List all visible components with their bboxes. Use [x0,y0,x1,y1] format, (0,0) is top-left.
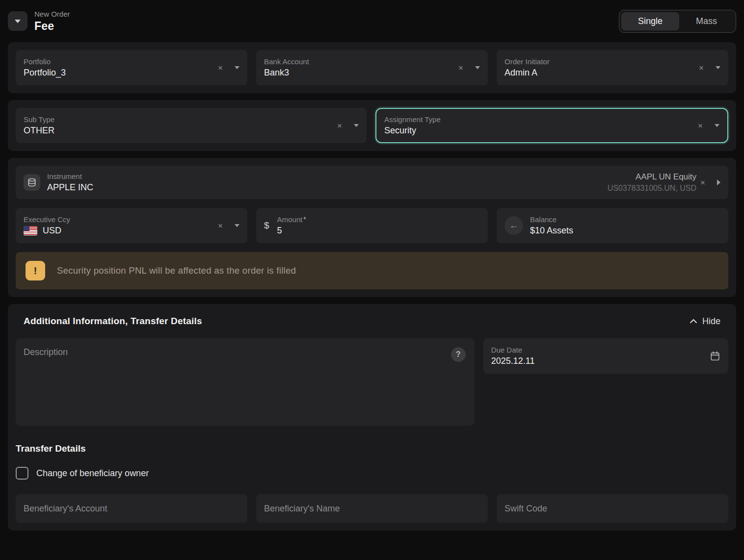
chevron-down-icon[interactable] [475,66,480,69]
instrument-value: APPLE INC [47,182,608,193]
additional-info-card: Additional Information, Transfer Details… [8,304,736,531]
bank-account-value: Bank3 [264,68,454,78]
due-date-field[interactable]: Due Date 2025.12.11 [483,338,728,374]
chevron-down-icon[interactable] [715,124,719,127]
toggle-single[interactable]: Single [621,12,679,30]
type-card: Sub Type OTHER × Assignment Type Securit… [8,100,736,151]
chevron-up-icon [690,318,697,324]
instrument-ticker: AAPL UN Equity [608,172,696,182]
clear-icon[interactable]: × [699,64,704,72]
chevron-down-icon[interactable] [235,224,239,227]
balance-label: Balance [530,215,720,224]
order-initiator-select[interactable]: Order Initiator Admin A × [497,50,728,85]
sub-type-select[interactable]: Sub Type OTHER × [16,108,367,143]
swift-code-input[interactable] [497,494,728,523]
pnl-warning-banner: ! Security position PNL will be affected… [16,252,728,289]
order-initiator-value: Admin A [505,68,695,78]
clear-icon[interactable]: × [700,178,705,187]
assignment-type-select[interactable]: Assignment Type Security × [375,108,728,143]
calendar-icon[interactable] [710,351,720,361]
chevron-down-icon[interactable] [354,124,359,127]
mode-toggle: Single Mass [619,10,736,33]
collapse-button[interactable] [8,11,27,31]
clear-icon[interactable]: × [337,122,342,130]
portfolio-label: Portfolio [24,57,214,66]
chevron-right-icon[interactable] [717,179,720,185]
beneficiary-owner-checkbox-label: Change of beneficiary owner [36,468,149,479]
amount-value: 5 [277,226,480,236]
balance-value: $10 Assets [530,226,720,236]
transfer-details-title: Transfer Details [16,443,728,454]
back-arrow-icon[interactable]: ← [505,216,523,235]
title-block: New Order Fee [34,10,70,33]
clear-icon[interactable]: × [218,64,223,72]
balance-field: ← Balance $10 Assets [497,208,728,243]
instrument-identifier: US0378331005.UN, USD [608,184,696,193]
hide-label: Hide [702,316,720,327]
portfolio-select[interactable]: Portfolio Portfolio_3 × [16,50,247,85]
order-initiator-label: Order Initiator [505,57,695,66]
amount-field[interactable]: $ Amount* 5 [256,208,488,243]
top-bar: New Order Fee Single Mass [8,0,736,42]
instrument-card: Instrument APPLE INC AAPL UN Equity US03… [8,158,736,297]
us-flag-icon [24,226,37,235]
coins-icon [24,174,40,191]
instrument-label: Instrument [47,172,608,180]
help-icon[interactable]: ? [451,347,466,362]
warning-message: Security position PNL will be affected a… [57,265,296,276]
bank-account-select[interactable]: Bank Account Bank3 × [256,50,488,85]
beneficiary-account-input[interactable] [16,494,247,523]
instrument-details: AAPL UN Equity US0378331005.UN, USD [608,172,696,193]
portfolio-value: Portfolio_3 [24,68,214,78]
sub-type-value: OTHER [24,126,333,136]
hide-section-button[interactable]: Hide [690,316,720,327]
toggle-mass[interactable]: Mass [679,12,734,30]
due-date-label: Due Date [491,346,710,354]
dollar-icon: $ [264,220,269,231]
chevron-down-icon [15,20,21,23]
assignment-type-label: Assignment Type [384,115,694,124]
page-title: Fee [34,20,70,33]
sub-type-label: Sub Type [24,115,333,124]
executive-ccy-value: USD [43,226,61,236]
account-card: Portfolio Portfolio_3 × Bank Account Ban… [8,42,736,93]
amount-label: Amount* [277,215,480,224]
beneficiary-owner-checkbox[interactable] [16,467,28,480]
new-order-page: New Order Fee Single Mass Portfolio Port… [0,0,744,560]
chevron-down-icon[interactable] [716,66,720,69]
description-wrapper: ? [16,338,475,428]
executive-ccy-label: Executive Ccy [24,215,214,224]
due-date-value: 2025.12.11 [491,356,710,366]
warning-icon: ! [26,261,45,280]
instrument-select[interactable]: Instrument APPLE INC AAPL UN Equity US03… [16,166,728,199]
beneficiary-name-input[interactable] [256,494,488,523]
clear-icon[interactable]: × [218,222,223,230]
required-mark: * [303,215,306,223]
executive-ccy-select[interactable]: Executive Ccy USD × [16,208,247,243]
clear-icon[interactable]: × [698,122,703,130]
assignment-type-value: Security [384,126,694,136]
description-input[interactable] [16,338,475,426]
clear-icon[interactable]: × [458,64,463,72]
additional-info-title: Additional Information, Transfer Details [24,316,202,327]
bank-account-label: Bank Account [264,57,454,66]
chevron-down-icon[interactable] [235,66,239,69]
breadcrumb: New Order [34,10,70,18]
